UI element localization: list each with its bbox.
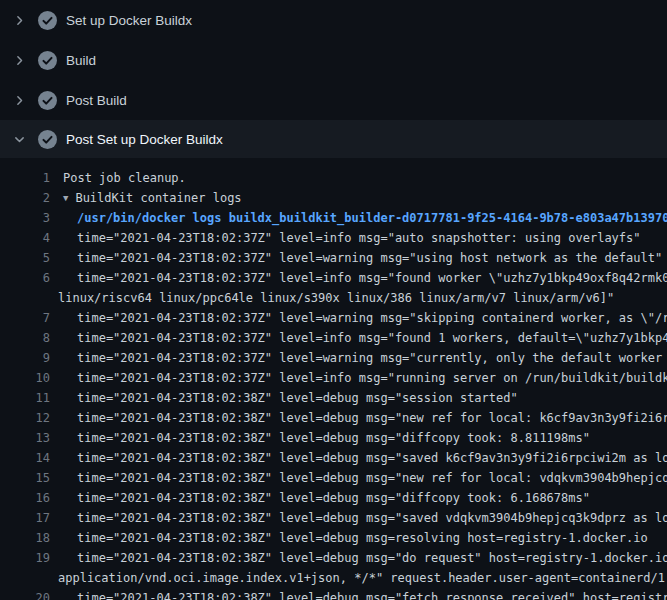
log-line-number[interactable]: 3 (0, 208, 50, 228)
log-line: 11time="2021-04-23T18:02:38Z" level=debu… (0, 388, 667, 408)
log-group-toggle[interactable]: ▼BuildKit container logs (50, 188, 242, 208)
log-text: time="2021-04-23T18:02:38Z" level=debug … (50, 528, 648, 548)
log-line-number[interactable]: 9 (0, 348, 50, 368)
log-line: application/vnd.oci.image.index.v1+json,… (0, 568, 667, 588)
log-line: 12time="2021-04-23T18:02:38Z" level=debu… (0, 408, 667, 428)
step-label: Set up Docker Buildx (66, 13, 192, 28)
log-line-number[interactable]: 10 (0, 368, 50, 388)
step-list: Set up Docker BuildxBuildPost BuildPost … (0, 0, 667, 158)
log-line: 4time="2021-04-23T18:02:37Z" level=info … (0, 228, 667, 248)
log-line-number (0, 288, 50, 308)
log-text: time="2021-04-23T18:02:38Z" level=debug … (50, 448, 667, 468)
log-text: time="2021-04-23T18:02:37Z" level=info m… (50, 368, 667, 388)
log-line: 17time="2021-04-23T18:02:38Z" level=debu… (0, 508, 667, 528)
log-line: 5time="2021-04-23T18:02:37Z" level=warni… (0, 248, 667, 268)
chevron-right-icon (12, 94, 26, 107)
log-line: 2▼BuildKit container logs (0, 188, 667, 208)
log-line-number[interactable]: 13 (0, 428, 50, 448)
chevron-down-icon (12, 133, 26, 146)
status-success-check-icon (38, 91, 57, 110)
log-line-number[interactable]: 15 (0, 468, 50, 488)
log-line: 13time="2021-04-23T18:02:38Z" level=debu… (0, 428, 667, 448)
log-line-number[interactable]: 1 (0, 168, 50, 188)
step-header-post-build[interactable]: Post Build (0, 80, 667, 120)
log-text: time="2021-04-23T18:02:38Z" level=debug … (50, 408, 667, 428)
log-text: time="2021-04-23T18:02:38Z" level=debug … (50, 548, 667, 568)
group-expanded-triangle-icon: ▼ (63, 193, 68, 203)
step-header-post-set-up-docker-buildx[interactable]: Post Set up Docker Buildx (0, 120, 667, 158)
log-text: time="2021-04-23T18:02:38Z" level=debug … (50, 508, 667, 528)
step-header-build[interactable]: Build (0, 40, 667, 80)
log-text: time="2021-04-23T18:02:38Z" level=debug … (50, 488, 590, 508)
status-success-check-icon (38, 130, 57, 149)
log-text-wrapped-continuation: application/vnd.oci.image.index.v1+json,… (50, 568, 667, 588)
log-line-number[interactable]: 6 (0, 268, 50, 288)
status-success-check-icon (38, 11, 57, 30)
status-success-check-icon (38, 51, 57, 70)
log-text: time="2021-04-23T18:02:38Z" level=debug … (50, 588, 667, 600)
log-text: Post job cleanup. (50, 168, 186, 188)
log-line: 9time="2021-04-23T18:02:37Z" level=warni… (0, 348, 667, 368)
log-line-number[interactable]: 14 (0, 448, 50, 468)
log-line: 16time="2021-04-23T18:02:38Z" level=debu… (0, 488, 667, 508)
log-text: time="2021-04-23T18:02:37Z" level=warnin… (50, 348, 667, 368)
log-line-number[interactable]: 7 (0, 308, 50, 328)
chevron-right-icon (12, 54, 26, 67)
log-line: 19time="2021-04-23T18:02:38Z" level=debu… (0, 548, 667, 568)
log-line-number[interactable]: 5 (0, 248, 50, 268)
log-line: 1Post job cleanup. (0, 168, 667, 188)
step-label: Build (66, 53, 96, 68)
log-text: time="2021-04-23T18:02:37Z" level=info m… (50, 268, 667, 288)
log-line-number[interactable]: 12 (0, 408, 50, 428)
log-text: time="2021-04-23T18:02:37Z" level=info m… (50, 228, 641, 248)
log-text: time="2021-04-23T18:02:37Z" level=warnin… (50, 248, 662, 268)
chevron-right-icon (12, 14, 26, 27)
log-command-text: /usr/bin/docker logs buildx_buildkit_bui… (50, 208, 667, 228)
log-text: time="2021-04-23T18:02:38Z" level=debug … (50, 388, 518, 408)
log-line-number[interactable]: 17 (0, 508, 50, 528)
log-text: time="2021-04-23T18:02:38Z" level=debug … (50, 468, 667, 488)
log-text: time="2021-04-23T18:02:37Z" level=warnin… (50, 308, 667, 328)
log-group-label: BuildKit container logs (75, 191, 241, 205)
log-panel: 1Post job cleanup.2▼BuildKit container l… (0, 158, 667, 600)
log-line-number[interactable]: 8 (0, 328, 50, 348)
log-line-number[interactable]: 11 (0, 388, 50, 408)
log-line: 8time="2021-04-23T18:02:37Z" level=info … (0, 328, 667, 348)
log-line-number[interactable]: 18 (0, 528, 50, 548)
step-header-set-up-docker-buildx[interactable]: Set up Docker Buildx (0, 0, 667, 40)
log-line: 7time="2021-04-23T18:02:37Z" level=warni… (0, 308, 667, 328)
log-line-number[interactable]: 20 (0, 588, 50, 600)
log-line-number (0, 568, 50, 588)
log-line: 20time="2021-04-23T18:02:38Z" level=debu… (0, 588, 667, 600)
log-line: 15time="2021-04-23T18:02:38Z" level=debu… (0, 468, 667, 488)
log-text-wrapped-continuation: linux/riscv64 linux/ppc64le linux/s390x … (50, 288, 614, 308)
log-text: time="2021-04-23T18:02:38Z" level=debug … (50, 428, 590, 448)
log-text: time="2021-04-23T18:02:37Z" level=info m… (50, 328, 667, 348)
log-line: 6time="2021-04-23T18:02:37Z" level=info … (0, 268, 667, 288)
log-line-number[interactable]: 4 (0, 228, 50, 248)
log-line: 18time="2021-04-23T18:02:38Z" level=debu… (0, 528, 667, 548)
log-line-number[interactable]: 16 (0, 488, 50, 508)
log-line: 14time="2021-04-23T18:02:38Z" level=debu… (0, 448, 667, 468)
step-label: Post Set up Docker Buildx (66, 132, 223, 147)
log-line: 3/usr/bin/docker logs buildx_buildkit_bu… (0, 208, 667, 228)
log-line-number[interactable]: 2 (0, 188, 50, 208)
log-line-number[interactable]: 19 (0, 548, 50, 568)
log-line: 10time="2021-04-23T18:02:37Z" level=info… (0, 368, 667, 388)
step-label: Post Build (66, 93, 127, 108)
log-line: linux/riscv64 linux/ppc64le linux/s390x … (0, 288, 667, 308)
